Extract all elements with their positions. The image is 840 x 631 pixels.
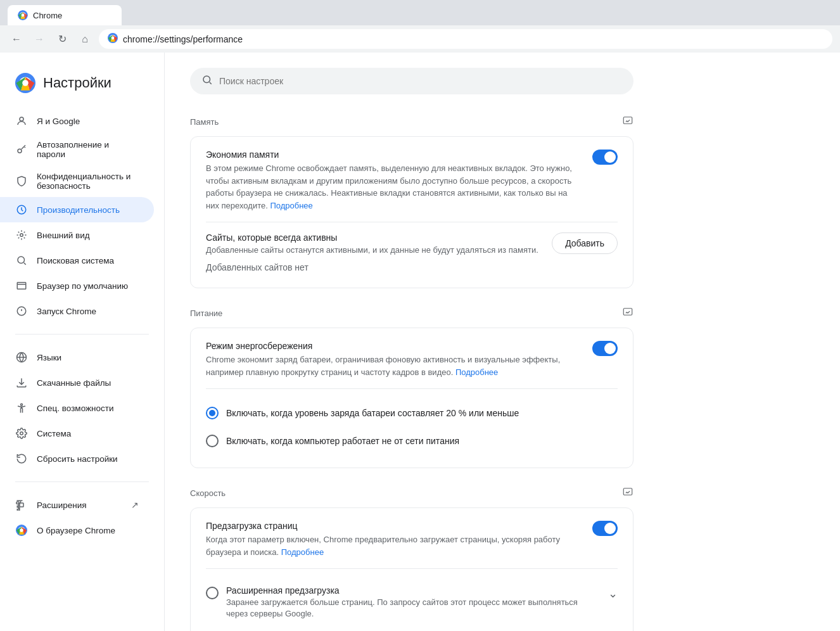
svg-point-16 [18, 257, 25, 264]
memory-section-title: Память [190, 117, 219, 127]
sidebar-nav-tertiary: Расширения ↗ О браузере Chrome [0, 487, 164, 548]
performance-icon [15, 203, 28, 216]
sidebar-item-extensions[interactable]: Расширения ↗ [0, 492, 154, 518]
preload-learn-more-link[interactable]: Подробнее [281, 547, 324, 557]
sidebar-item-privacy[interactable]: Конфиденциальность и безопасность [0, 165, 154, 197]
external-link-icon: ↗ [131, 500, 139, 510]
svg-rect-17 [17, 283, 26, 290]
sidebar-item-autofill[interactable]: Автозаполнение и пароли [0, 134, 154, 165]
reload-button[interactable]: ↻ [53, 30, 71, 48]
memory-saving-toggle[interactable] [592, 150, 618, 165]
sidebar-item-label: Конфиденциальность и безопасность [37, 172, 139, 191]
preload-row: Предзагрузка страниц Когда этот параметр… [206, 521, 618, 558]
search-bar[interactable] [190, 68, 633, 94]
power-learn-more-link[interactable]: Подробнее [455, 367, 498, 377]
power-section-header: Питание [190, 306, 633, 320]
preload-extended-chevron-icon[interactable]: ⌄ [608, 585, 618, 601]
svg-rect-21 [20, 503, 23, 507]
back-button[interactable]: ← [8, 30, 25, 48]
power-card-divider [206, 388, 618, 389]
speed-section-title: Скорость [190, 488, 226, 498]
power-radio-row-2: Включать, когда компьютер работает не от… [206, 427, 618, 455]
sidebar-item-google[interactable]: Я и Google [0, 108, 154, 134]
power-saving-text: Режим энергосбережения Chrome экономит з… [206, 341, 582, 378]
main-content: Память Экономия памяти В этом режиме Chr… [165, 53, 659, 631]
power-saving-row: Режим энергосбережения Chrome экономит з… [206, 341, 618, 378]
sidebar-item-search[interactable]: Поисковая система [0, 248, 154, 273]
no-sites-label: Добавленных сайтов нет [206, 255, 618, 275]
system-icon [15, 427, 28, 440]
nav-bar: ← → ↻ ⌂ chrome://settings/performance [0, 25, 840, 53]
power-saving-toggle[interactable] [592, 341, 618, 356]
search-input[interactable] [219, 76, 622, 86]
memory-card-divider [206, 222, 618, 222]
address-bar[interactable]: chrome://settings/performance [99, 29, 832, 49]
tab-label: Chrome [33, 11, 62, 20]
sites-desc: Добавленные сайты останутся активными, и… [206, 245, 552, 255]
svg-point-7 [111, 37, 115, 40]
svg-point-20 [20, 432, 23, 435]
sidebar-item-reset[interactable]: Сбросить настройки [0, 446, 154, 471]
languages-icon [15, 351, 28, 364]
sidebar-nav-secondary: Языки Скачанные файлы Спец. возможности … [0, 340, 164, 476]
sidebar-item-appearance[interactable]: Внешний вид [0, 222, 154, 248]
active-tab[interactable]: Chrome [8, 5, 122, 25]
accessibility-icon [15, 402, 28, 414]
sidebar-item-system[interactable]: Система [0, 421, 154, 446]
power-card: Режим энергосбережения Chrome экономит з… [190, 328, 633, 468]
power-radio-unplugged-label: Включать, когда компьютер работает не от… [226, 436, 459, 446]
sidebar-divider-2 [15, 481, 149, 482]
speed-feedback-icon[interactable] [622, 486, 633, 500]
memory-section-header: Память [190, 115, 633, 129]
home-button[interactable]: ⌂ [76, 30, 94, 48]
key-icon [15, 143, 28, 156]
forward-button[interactable]: → [30, 30, 48, 48]
svg-point-25 [20, 528, 23, 532]
preload-extended-row: Расширенная предзагрузка Заранее загружа… [206, 579, 618, 626]
chrome-logo-large-icon [15, 73, 35, 93]
settings-title-area: Настройки [0, 63, 164, 103]
power-radio-battery-20[interactable] [206, 407, 219, 419]
power-radio-row-1: Включать, когда уровень заряда батареи с… [206, 399, 618, 427]
settings-page-title: Настройки [43, 75, 111, 91]
add-site-button[interactable]: Добавить [552, 233, 618, 254]
sites-always-active-section: Сайты, которые всегда активны Добавленны… [206, 233, 618, 275]
sidebar-item-startup[interactable]: Запуск Chrome [0, 298, 154, 324]
about-icon [15, 524, 28, 537]
startup-icon [15, 305, 28, 317]
preload-toggle[interactable] [592, 521, 618, 536]
sidebar-item-performance[interactable]: Производительность [0, 197, 154, 222]
search-icon [201, 74, 213, 88]
sidebar-item-accessibility[interactable]: Спец. возможности [0, 395, 154, 421]
sidebar-divider-1 [15, 334, 149, 335]
power-saving-label: Режим энергосбережения [206, 341, 582, 351]
sidebar-item-label: Запуск Chrome [37, 307, 96, 316]
person-icon [15, 115, 28, 127]
speed-card-divider [206, 568, 618, 569]
svg-rect-28 [623, 309, 632, 316]
speed-section-header: Скорость [190, 486, 633, 500]
svg-point-15 [20, 234, 23, 237]
sidebar-item-about[interactable]: О браузере Chrome [0, 518, 154, 543]
sidebar-item-label: Языки [37, 353, 61, 362]
memory-feedback-icon[interactable] [622, 115, 633, 129]
extensions-icon [15, 499, 28, 511]
power-radio-unplugged[interactable] [206, 435, 219, 447]
preload-desc: Когда этот параметр включен, Chrome пред… [206, 533, 582, 558]
sidebar-item-label: Спец. возможности [37, 404, 113, 413]
power-feedback-icon[interactable] [622, 306, 633, 320]
svg-rect-29 [623, 488, 632, 495]
sidebar-item-languages[interactable]: Языки [0, 345, 154, 370]
memory-saving-label: Экономия памяти [206, 150, 582, 160]
chrome-logo-icon [18, 10, 28, 20]
preload-text: Предзагрузка страниц Когда этот параметр… [206, 521, 582, 558]
power-radio-battery-20-label: Включать, когда уровень заряда батареи с… [226, 408, 519, 418]
preload-extended-radio[interactable] [206, 587, 219, 599]
memory-learn-more-link[interactable]: Подробнее [270, 201, 312, 210]
sidebar-item-downloads[interactable]: Скачанные файлы [0, 370, 154, 395]
browser-icon [15, 279, 28, 292]
sidebar: Настройки Я и Google Автозаполнение и па… [0, 53, 165, 631]
appearance-icon [15, 229, 28, 241]
sidebar-item-label: Браузер по умолчанию [37, 281, 128, 291]
sidebar-item-default-browser[interactable]: Браузер по умолчанию [0, 273, 154, 298]
